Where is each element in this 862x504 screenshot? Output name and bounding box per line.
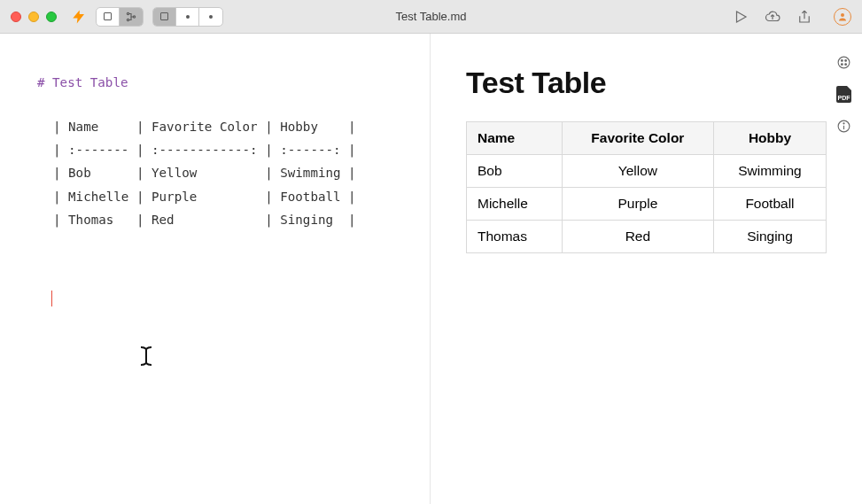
svg-point-4: [841, 13, 844, 17]
table-cell: Football: [713, 188, 826, 221]
table-cell: Swimming: [713, 155, 826, 188]
table-header-row: Name Favorite Color Hobby: [467, 122, 827, 155]
svg-point-5: [838, 57, 850, 68]
table-row: Thomas Red Singing: [467, 221, 827, 253]
sidebar-toggle-tree[interactable]: [120, 8, 143, 26]
zoom-window-button[interactable]: [46, 12, 57, 22]
svg-point-12: [843, 123, 844, 124]
live-preview-icon[interactable]: [71, 9, 87, 25]
preview-title: Test Table: [466, 66, 827, 100]
view-mode-group: [152, 7, 223, 27]
svg-marker-3: [737, 12, 747, 22]
sidebar-toggle-left[interactable]: [97, 8, 120, 26]
table-cell: Bob: [467, 155, 563, 188]
table-cell: Singing: [713, 221, 826, 253]
info-icon[interactable]: [836, 119, 851, 134]
table-header-cell: Name: [467, 122, 563, 155]
svg-point-1: [127, 19, 128, 20]
titlebar: Test Table.md: [0, 0, 862, 34]
table-cell: Yellow: [562, 155, 713, 188]
svg-point-0: [127, 12, 128, 14]
table-header-cell: Hobby: [713, 122, 826, 155]
table-cell: Thomas: [467, 221, 563, 253]
run-icon[interactable]: [733, 9, 749, 25]
main-split: # Test Table | Name | Favorite Color | H…: [0, 34, 862, 504]
editor-table-source: | Name | Favorite Color | Hobby | | :---…: [37, 115, 430, 231]
share-icon[interactable]: [796, 9, 812, 25]
window-controls: [11, 12, 57, 22]
editor-pane[interactable]: # Test Table | Name | Favorite Color | H…: [0, 34, 431, 504]
view-mode-preview[interactable]: [199, 8, 222, 26]
editor-heading-line: # Test Table: [37, 71, 430, 94]
theme-icon[interactable]: [836, 55, 851, 70]
close-window-button[interactable]: [11, 12, 21, 22]
toolbar-left: [71, 7, 223, 27]
toolbar-right: [733, 8, 851, 26]
window-title: Test Table.md: [396, 10, 467, 23]
svg-point-2: [133, 15, 135, 17]
svg-point-8: [842, 64, 843, 66]
table-row: Bob Yellow Swimming: [467, 155, 827, 188]
minimize-window-button[interactable]: [28, 12, 39, 22]
view-mode-editor[interactable]: [153, 8, 176, 26]
svg-point-7: [845, 60, 847, 62]
text-cursor: [51, 291, 52, 306]
table-header-cell: Favorite Color: [562, 122, 713, 155]
cloud-upload-icon[interactable]: [765, 9, 780, 25]
ibeam-cursor-icon: [138, 345, 154, 367]
table-cell: Red: [562, 221, 713, 253]
export-pdf-icon[interactable]: PDF: [836, 86, 851, 103]
preview-table: Name Favorite Color Hobby Bob Yellow Swi…: [466, 121, 827, 253]
svg-point-9: [845, 64, 847, 66]
table-cell: Purple: [562, 188, 713, 221]
view-mode-split-dot[interactable]: [176, 8, 199, 26]
svg-point-6: [842, 60, 843, 62]
table-row: Michelle Purple Football: [467, 188, 827, 221]
preview-pane: Test Table Name Favorite Color Hobby Bob…: [431, 34, 862, 504]
table-cell: Michelle: [467, 188, 563, 221]
sidebar-toggle-group: [96, 7, 144, 27]
account-avatar[interactable]: [834, 8, 851, 26]
preview-sidebar-icons: PDF: [836, 55, 851, 134]
